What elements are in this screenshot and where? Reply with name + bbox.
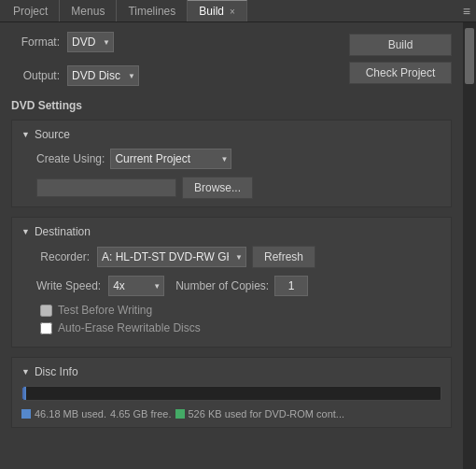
tab-timelines[interactable]: Timelines bbox=[117, 0, 188, 21]
output-row: Output: DVD Disc bbox=[11, 65, 139, 86]
scrollbar-thumb[interactable] bbox=[465, 28, 474, 84]
disc-info-header[interactable]: ▼ Disc Info bbox=[21, 365, 441, 378]
create-using-select-wrapper[interactable]: Current Project bbox=[110, 149, 231, 169]
source-section: ▼ Source Create Using: Current Project B… bbox=[11, 120, 452, 207]
create-using-row: Create Using: Current Project bbox=[36, 149, 441, 169]
build-button[interactable]: Build bbox=[349, 34, 452, 56]
source-header[interactable]: ▼ Source bbox=[21, 128, 441, 141]
auto-erase-checkbox[interactable] bbox=[40, 322, 52, 334]
recorder-select[interactable]: A: HL-DT-ST DVD-RW GH... bbox=[97, 247, 246, 267]
recorder-label: Recorder: bbox=[36, 250, 97, 263]
disc-info-section: ▼ Disc Info 46.18 MB used. 4.65 GB free.… bbox=[11, 357, 452, 428]
disc-bar-container bbox=[21, 386, 441, 401]
tab-build[interactable]: Build × bbox=[188, 0, 247, 21]
output-select-wrapper[interactable]: DVD Disc bbox=[67, 65, 139, 86]
destination-section: ▼ Destination Recorder: A: HL-DT-ST DVD-… bbox=[11, 217, 452, 348]
write-speed-row: Write Speed: 4x Number of Copies: bbox=[36, 276, 441, 296]
dvd-settings-label: DVD Settings bbox=[11, 99, 452, 112]
tab-project-label: Project bbox=[13, 5, 48, 18]
num-copies-input[interactable] bbox=[274, 276, 308, 296]
check-project-button[interactable]: Check Project bbox=[349, 62, 452, 84]
create-using-label: Create Using: bbox=[36, 152, 105, 165]
tab-bar: Project Menus Timelines Build × ≡ bbox=[0, 0, 476, 22]
disc-used-label: 46.18 MB used. bbox=[35, 408, 106, 419]
recorder-row: Recorder: A: HL-DT-ST DVD-RW GH... Refre… bbox=[36, 246, 441, 268]
output-select[interactable]: DVD Disc bbox=[67, 65, 139, 86]
panel: Format: DVD Output: DVD Disc bbox=[0, 22, 463, 469]
main-content: Format: DVD Output: DVD Disc bbox=[0, 22, 476, 469]
disc-bar-fill bbox=[22, 387, 26, 400]
tab-build-close[interactable]: × bbox=[230, 7, 235, 17]
tab-menus-label: Menus bbox=[71, 5, 105, 18]
num-copies-label: Number of Copies: bbox=[175, 279, 269, 292]
format-select-wrapper[interactable]: DVD bbox=[67, 32, 114, 52]
destination-header-label: Destination bbox=[35, 225, 91, 238]
tab-build-label: Build bbox=[199, 5, 224, 18]
top-left: Format: DVD Output: DVD Disc bbox=[11, 32, 139, 93]
format-row: Format: DVD bbox=[11, 32, 139, 52]
tab-menus[interactable]: Menus bbox=[60, 0, 117, 21]
browse-button[interactable]: Browse... bbox=[182, 177, 253, 199]
test-before-writing-label: Test Before Writing bbox=[58, 304, 152, 317]
auto-erase-label: Auto-Erase Rewritable Discs bbox=[58, 321, 201, 334]
browse-row: Browse... bbox=[36, 177, 441, 199]
tab-bar-icons: ≡ bbox=[463, 0, 476, 21]
recorder-select-wrapper[interactable]: A: HL-DT-ST DVD-RW GH... bbox=[97, 247, 246, 267]
test-before-writing-checkbox[interactable] bbox=[40, 305, 52, 317]
disc-free-label: 4.65 GB free. bbox=[110, 408, 171, 419]
test-before-writing-row: Test Before Writing bbox=[36, 304, 441, 317]
source-arrow-icon: ▼ bbox=[21, 130, 30, 139]
auto-erase-row: Auto-Erase Rewritable Discs bbox=[36, 321, 441, 334]
output-label: Output: bbox=[11, 69, 67, 82]
destination-arrow-icon: ▼ bbox=[21, 227, 30, 236]
format-select[interactable]: DVD bbox=[67, 32, 114, 52]
disc-info-arrow-icon: ▼ bbox=[21, 367, 30, 377]
source-inner: Create Using: Current Project Browse... bbox=[21, 149, 441, 199]
file-path-input[interactable] bbox=[36, 178, 176, 197]
dvdrom-color-swatch bbox=[175, 409, 185, 419]
top-right: Build Check Project bbox=[349, 34, 452, 84]
format-label: Format: bbox=[11, 36, 67, 49]
tab-timelines-label: Timelines bbox=[128, 5, 175, 18]
destination-header[interactable]: ▼ Destination bbox=[21, 225, 441, 238]
write-speed-select[interactable]: 4x bbox=[108, 276, 164, 296]
write-speed-select-wrapper[interactable]: 4x bbox=[108, 276, 164, 296]
disc-info-header-label: Disc Info bbox=[35, 365, 78, 378]
destination-inner: Recorder: A: HL-DT-ST DVD-RW GH... Refre… bbox=[21, 246, 441, 334]
disc-dvdrom-label: 526 KB used for DVD-ROM cont... bbox=[189, 408, 345, 419]
source-header-label: Source bbox=[35, 128, 70, 141]
tab-project[interactable]: Project bbox=[2, 0, 60, 21]
refresh-button[interactable]: Refresh bbox=[252, 246, 315, 268]
used-color-swatch bbox=[21, 409, 31, 419]
create-using-select[interactable]: Current Project bbox=[110, 149, 231, 169]
scrollbar[interactable] bbox=[463, 22, 476, 469]
top-section: Format: DVD Output: DVD Disc bbox=[11, 32, 452, 93]
write-speed-label: Write Speed: bbox=[36, 279, 108, 292]
disc-info-text: 46.18 MB used. 4.65 GB free. 526 KB used… bbox=[21, 408, 441, 419]
